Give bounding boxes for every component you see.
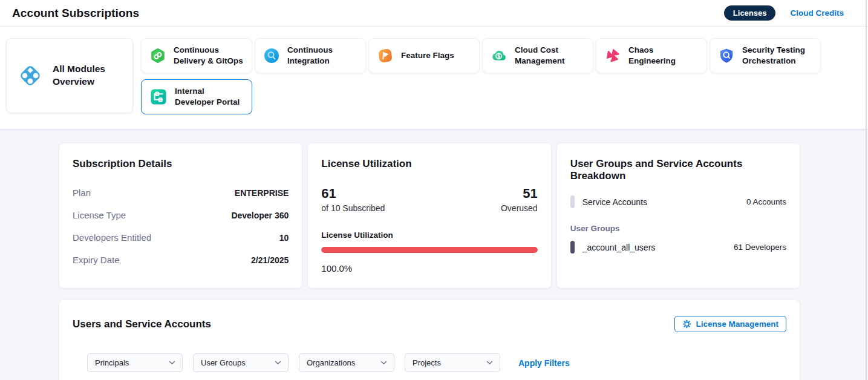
projects-filter-dropdown[interactable]: Projects	[405, 353, 500, 372]
users-card-title: Users and Service Accounts	[73, 318, 211, 330]
users-service-accounts-card: Users and Service Accounts	[59, 300, 800, 380]
cloud-cost-icon: $	[491, 47, 507, 64]
user-groups-filter-dropdown[interactable]: User Groups	[193, 353, 289, 372]
module-card-security-testing[interactable]: Security Testing Orchestration	[710, 38, 821, 73]
filter-label: User Groups	[201, 358, 246, 367]
utilization-meter-label: License Utilization	[321, 231, 537, 240]
module-label: Cloud Cost Management	[515, 45, 585, 66]
user-groups-breakdown-card: User Groups and Service Accounts Breakdo…	[556, 143, 800, 289]
detail-value: 2/21/2025	[251, 255, 289, 265]
all-modules-overview-card[interactable]: All Modules Overview	[6, 38, 133, 113]
summary-cards-row: Subscription Details Plan ENTERPRISE Lic…	[59, 143, 800, 289]
detail-label: License Type	[73, 210, 126, 220]
module-card-chaos-engineering[interactable]: Chaos Engineering	[596, 38, 707, 73]
detail-value: 10	[279, 233, 289, 243]
utilization-percent: 100.0%	[321, 263, 537, 274]
filter-label: Principals	[95, 358, 129, 367]
chevron-down-icon	[380, 361, 387, 365]
chevron-down-icon	[275, 361, 281, 365]
page-header: Account Subscriptions Licenses Cloud Cre…	[0, 0, 868, 27]
utilization-stats-row: 61 of 10 Subscribed 51 Overused	[321, 186, 537, 213]
used-count: 61	[321, 186, 385, 201]
continuous-integration-icon	[263, 47, 280, 64]
principals-filter-dropdown[interactable]: Principals	[87, 353, 183, 372]
detail-row-expiry-date: Expiry Date 2/21/2025	[73, 249, 289, 271]
overused-caption: Overused	[501, 203, 538, 213]
detail-value: ENTERPRISE	[235, 188, 289, 198]
subscription-details-card: Subscription Details Plan ENTERPRISE Lic…	[59, 143, 302, 289]
module-card-cd-gitops[interactable]: Continuous Delivery & GitOps	[141, 38, 252, 73]
breakdown-title: User Groups and Service Accounts Breakdo…	[570, 158, 786, 182]
detail-label: Expiry Date	[73, 255, 120, 265]
cd-gitops-icon	[149, 47, 166, 64]
svg-text:$: $	[497, 54, 501, 59]
user-group-name: _account_all_users	[582, 243, 734, 252]
license-management-button[interactable]: License Management	[674, 316, 786, 332]
overused-count: 51	[501, 186, 538, 201]
module-card-continuous-integration[interactable]: Continuous Integration	[255, 38, 366, 73]
module-label: Feature Flags	[401, 50, 454, 61]
gear-icon	[682, 319, 691, 329]
module-card-internal-developer-portal[interactable]: Internal Developer Portal	[141, 79, 252, 114]
user-group-row: _account_all_users 61 Developers	[570, 241, 786, 254]
utilization-meter-fill	[321, 247, 537, 253]
user-groups-heading: User Groups	[570, 224, 786, 233]
feature-flags-icon	[377, 47, 394, 64]
chevron-down-icon	[486, 361, 493, 365]
used-stat: 61 of 10 Subscribed	[321, 186, 385, 213]
page-right-edge	[866, 0, 867, 380]
service-accounts-row: Service Accounts 0 Accounts	[570, 195, 786, 208]
detail-row-plan: Plan ENTERPRISE	[73, 182, 289, 204]
header-tabs: Licenses Cloud Credits	[724, 5, 844, 21]
service-accounts-marker	[570, 195, 575, 208]
all-modules-icon	[16, 61, 45, 90]
module-card-cloud-cost[interactable]: $ Cloud Cost Management	[482, 38, 593, 73]
module-label: Internal Developer Portal	[175, 86, 244, 107]
filter-label: Projects	[413, 358, 441, 367]
service-accounts-label: Service Accounts	[582, 197, 746, 207]
security-testing-icon	[718, 47, 735, 64]
chaos-engineering-icon	[604, 47, 621, 64]
filter-label: Organizations	[307, 358, 355, 367]
used-caption: of 10 Subscribed	[321, 203, 385, 213]
license-management-label: License Management	[696, 319, 778, 329]
overused-stat: 51 Overused	[501, 186, 538, 213]
module-label: Security Testing Orchestration	[742, 45, 812, 66]
filters-row: Principals User Groups Organizations Pro…	[87, 353, 786, 372]
subscription-details-title: Subscription Details	[73, 158, 289, 170]
internal-developer-portal-icon	[149, 88, 168, 106]
cloud-credits-tab[interactable]: Cloud Credits	[790, 8, 844, 18]
apply-filters-link[interactable]: Apply Filters	[518, 358, 570, 368]
modules-band: All Modules Overview Continuous Delivery…	[0, 27, 868, 129]
organizations-filter-dropdown[interactable]: Organizations	[299, 353, 394, 372]
all-modules-overview-label: All Modules Overview	[53, 63, 123, 88]
module-grid: Continuous Delivery & GitOps Continuous …	[141, 38, 826, 114]
page-title: Account Subscriptions	[12, 7, 139, 20]
module-label: Continuous Delivery & GitOps	[174, 45, 244, 66]
user-group-value: 61 Developers	[734, 243, 786, 252]
detail-row-license-type: License Type Developer 360	[73, 204, 289, 226]
subscription-detail-rows: Plan ENTERPRISE License Type Developer 3…	[73, 182, 289, 271]
utilization-meter-track	[321, 247, 537, 253]
detail-label: Developers Entitled	[73, 232, 151, 243]
license-utilization-title: License Utilization	[321, 158, 537, 170]
module-label: Chaos Engineering	[628, 45, 699, 66]
module-card-feature-flags[interactable]: Feature Flags	[368, 38, 480, 73]
license-utilization-card: License Utilization 61 of 10 Subscribed …	[307, 143, 551, 289]
detail-label: Plan	[73, 188, 91, 198]
user-group-marker	[570, 241, 575, 254]
users-card-header: Users and Service Accounts	[73, 316, 786, 332]
service-accounts-value: 0 Accounts	[746, 197, 786, 206]
detail-value: Developer 360	[231, 211, 289, 220]
module-label: Continuous Integration	[287, 45, 357, 66]
main-content: Subscription Details Plan ENTERPRISE Lic…	[0, 129, 868, 380]
detail-row-developers-entitled: Developers Entitled 10	[73, 226, 289, 249]
chevron-down-icon	[169, 361, 175, 365]
licenses-tab[interactable]: Licenses	[724, 5, 776, 21]
